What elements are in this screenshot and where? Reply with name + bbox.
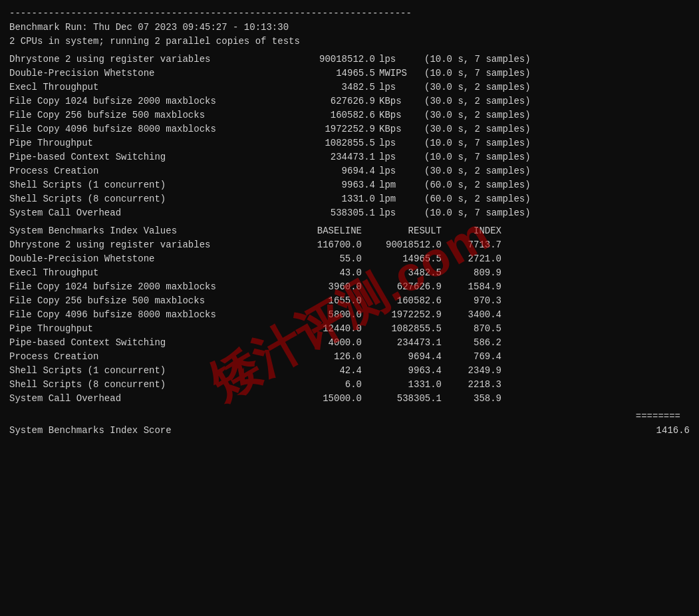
header-section: Benchmark Run: Thu Dec 07 2023 09:45:27 … <box>9 21 690 49</box>
benchmark-unit: lpm <box>375 178 422 192</box>
index-row: Double-Precision Whetstone55.014965.5272… <box>9 252 690 266</box>
benchmark-row: File Copy 4096 bufsize 8000 maxblocks197… <box>9 122 690 136</box>
benchmark-unit: lps <box>375 164 422 178</box>
index-row: Pipe-based Context Switching4000.0234473… <box>9 336 690 350</box>
index-row-baseline: 42.4 <box>289 364 362 378</box>
index-row: Execl Throughput43.03482.5809.9 <box>9 266 690 280</box>
index-row-result: 14965.5 <box>362 252 442 266</box>
index-row: Dhrystone 2 using register variables1167… <box>9 238 690 252</box>
benchmark-row: Dhrystone 2 using register variables9001… <box>9 53 690 67</box>
index-table-header: System Benchmarks Index Values BASELINE … <box>9 224 690 238</box>
benchmark-row: File Copy 1024 bufsize 2000 maxblocks627… <box>9 94 690 108</box>
index-row-index: 1584.9 <box>442 280 501 294</box>
benchmark-label: Execl Throughput <box>9 80 289 94</box>
benchmark-row: Execl Throughput3482.5lps(30.0 s, 2 samp… <box>9 80 690 94</box>
benchmark-value: 1972252.9 <box>289 122 375 136</box>
index-row-baseline: 4000.0 <box>289 336 362 350</box>
benchmark-meta: (60.0 s, 2 samples) <box>422 178 531 192</box>
benchmark-row: System Call Overhead538305.1lps(10.0 s, … <box>9 206 690 220</box>
score-value: 1416.6 <box>630 424 690 438</box>
index-row-index: 7713.7 <box>442 238 501 252</box>
index-row-label: System Call Overhead <box>9 392 289 406</box>
benchmark-label: Dhrystone 2 using register variables <box>9 53 289 67</box>
benchmark-value: 160582.6 <box>289 108 375 122</box>
index-row-result: 160582.6 <box>362 294 442 308</box>
index-row-baseline: 5800.0 <box>289 308 362 322</box>
benchmark-meta: (10.0 s, 7 samples) <box>422 136 531 150</box>
index-row-index: 3400.4 <box>442 308 501 322</box>
benchmark-value: 1082855.5 <box>289 136 375 150</box>
benchmark-label: System Call Overhead <box>9 206 289 220</box>
benchmark-unit: lpm <box>375 192 422 206</box>
benchmark-value: 538305.1 <box>289 206 375 220</box>
benchmark-value: 3482.5 <box>289 80 375 94</box>
index-row-result: 627626.9 <box>362 280 442 294</box>
benchmark-meta: (30.0 s, 2 samples) <box>422 122 531 136</box>
index-row-result: 90018512.0 <box>362 238 442 252</box>
index-row-result: 9963.4 <box>362 364 442 378</box>
index-row-index: 2721.0 <box>442 252 501 266</box>
benchmark-value: 9694.4 <box>289 164 375 178</box>
index-table-section: System Benchmarks Index Values BASELINE … <box>9 224 690 406</box>
benchmark-label: Process Creation <box>9 164 289 178</box>
benchmark-meta: (30.0 s, 2 samples) <box>422 164 531 178</box>
benchmark-label: Shell Scripts (1 concurrent) <box>9 178 289 192</box>
header-label-col: System Benchmarks Index Values <box>9 224 289 238</box>
index-row: File Copy 256 bufsize 500 maxblocks1655.… <box>9 294 690 308</box>
benchmark-meta: (10.0 s, 7 samples) <box>422 67 531 80</box>
index-row: Shell Scripts (8 concurrent)6.01331.0221… <box>9 378 690 392</box>
index-row-result: 9694.4 <box>362 350 442 364</box>
benchmark-meta: (30.0 s, 2 samples) <box>422 94 531 108</box>
index-row-index: 2349.9 <box>442 364 501 378</box>
index-row-label: Double-Precision Whetstone <box>9 252 289 266</box>
benchmark-value: 90018512.0 <box>289 53 375 67</box>
index-row-label: Shell Scripts (8 concurrent) <box>9 378 289 392</box>
benchmark-label: File Copy 1024 bufsize 2000 maxblocks <box>9 94 289 108</box>
index-row-index: 870.5 <box>442 322 501 336</box>
index-row: Pipe Throughput12440.01082855.5870.5 <box>9 322 690 336</box>
index-row-result: 1331.0 <box>362 378 442 392</box>
benchmark-row: Pipe-based Context Switching234473.1lps(… <box>9 150 690 164</box>
benchmark-label: Double-Precision Whetstone <box>9 67 289 80</box>
benchmark-value: 627626.9 <box>289 94 375 108</box>
index-row-label: Shell Scripts (1 concurrent) <box>9 364 289 378</box>
benchmark-row: Shell Scripts (8 concurrent)1331.0lpm(60… <box>9 192 690 206</box>
index-row-baseline: 126.0 <box>289 350 362 364</box>
benchmark-value: 9963.4 <box>289 178 375 192</box>
index-row-baseline: 55.0 <box>289 252 362 266</box>
benchmark-value: 14965.5 <box>289 67 375 80</box>
index-row-label: Pipe-based Context Switching <box>9 336 289 350</box>
index-row: Shell Scripts (1 concurrent)42.49963.423… <box>9 364 690 378</box>
benchmark-unit: MWIPS <box>375 67 422 80</box>
index-row: File Copy 1024 bufsize 2000 maxblocks396… <box>9 280 690 294</box>
index-row-baseline: 43.0 <box>289 266 362 280</box>
benchmark-unit: lps <box>375 206 422 220</box>
index-rows: Dhrystone 2 using register variables1167… <box>9 238 690 406</box>
benchmark-meta: (30.0 s, 2 samples) <box>422 108 531 122</box>
header-line2: 2 CPUs in system; running 2 parallel cop… <box>9 35 690 49</box>
benchmark-value: 1331.0 <box>289 192 375 206</box>
benchmark-meta: (10.0 s, 7 samples) <box>422 206 531 220</box>
benchmark-unit: lps <box>375 150 422 164</box>
index-row-result: 234473.1 <box>362 336 442 350</box>
separator-top: ----------------------------------------… <box>9 7 690 21</box>
index-row-baseline: 15000.0 <box>289 392 362 406</box>
index-row-label: File Copy 4096 bufsize 8000 maxblocks <box>9 308 289 322</box>
index-row-index: 769.4 <box>442 350 501 364</box>
benchmark-meta: (60.0 s, 2 samples) <box>422 192 531 206</box>
benchmark-unit: KBps <box>375 122 422 136</box>
benchmark-row: Pipe Throughput1082855.5lps(10.0 s, 7 sa… <box>9 136 690 150</box>
benchmark-unit: lps <box>375 80 422 94</box>
benchmark-value: 234473.1 <box>289 150 375 164</box>
index-row-index: 358.9 <box>442 392 501 406</box>
header-result-col: RESULT <box>362 224 442 238</box>
index-row-index: 970.3 <box>442 294 501 308</box>
index-row-label: Pipe Throughput <box>9 322 289 336</box>
index-row: File Copy 4096 bufsize 8000 maxblocks580… <box>9 308 690 322</box>
benchmarks-section: Dhrystone 2 using register variables9001… <box>9 53 690 220</box>
index-row-baseline: 3960.0 <box>289 280 362 294</box>
index-row-index: 2218.3 <box>442 378 501 392</box>
header-line1: Benchmark Run: Thu Dec 07 2023 09:45:27 … <box>9 21 690 35</box>
benchmark-row: Process Creation9694.4lps(30.0 s, 2 samp… <box>9 164 690 178</box>
index-row-result: 1972252.9 <box>362 308 442 322</box>
